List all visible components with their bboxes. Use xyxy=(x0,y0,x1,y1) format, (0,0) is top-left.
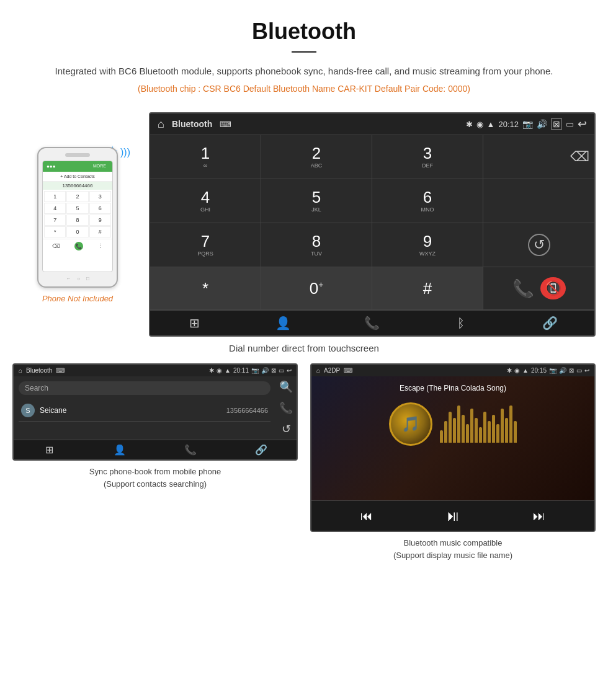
phone-key-4: 4 xyxy=(44,203,66,214)
music-caption: Bluetooth music compatible (Support disp… xyxy=(393,537,512,561)
phonebook-list: Search S Seicane 13566664466 xyxy=(14,376,275,440)
nav-link-btn[interactable]: 🔗 xyxy=(506,316,594,330)
eq-bar-1 xyxy=(440,430,443,443)
call-red-icon[interactable]: 📵 xyxy=(540,277,566,299)
phone-key-hash: # xyxy=(89,226,111,237)
phone-key-3: 3 xyxy=(89,191,111,202)
pb-nav-grid[interactable]: ⊞ xyxy=(14,444,84,456)
key-refresh[interactable]: ↺ xyxy=(483,223,594,267)
home-icon[interactable]: ⌂ xyxy=(158,118,164,131)
eq-bar-2 xyxy=(444,421,447,443)
eq-bar-11 xyxy=(483,412,486,443)
eq-bar-10 xyxy=(479,427,482,443)
contact-letter: S xyxy=(21,404,35,417)
music-note-icon: 🎵 xyxy=(401,415,420,433)
phone-add-contacts: + Add to Contacts xyxy=(43,172,112,182)
mu-back-icon[interactable]: ↩ xyxy=(584,367,589,374)
mu-close-icon[interactable]: ⊠ xyxy=(569,367,574,374)
mu-win-icon[interactable]: ▭ xyxy=(576,367,582,374)
phone-menu-btn: ⋮ xyxy=(97,243,103,249)
title-divider xyxy=(292,51,316,53)
pb-nav-link[interactable]: 🔗 xyxy=(226,444,297,456)
phonebook-screen: ⌂ Bluetooth ⌨ ✱ ◉ ▲ 20:11 📷 🔊 ⊠ ▭ ↩ xyxy=(12,363,298,461)
key-4[interactable]: 4 GHI xyxy=(150,179,261,223)
contact-row[interactable]: S Seicane 13566664466 xyxy=(19,400,270,422)
window-icon[interactable]: ▭ xyxy=(566,119,574,129)
nav-grid-btn[interactable]: ⊞ xyxy=(150,316,239,330)
phonebook-content: Search S Seicane 13566664466 xyxy=(14,376,275,427)
key-1[interactable]: 1 ∞ xyxy=(150,135,261,179)
camera-icon[interactable]: 📷 xyxy=(522,119,533,129)
pb-search-icon[interactable]: 🔍 xyxy=(279,380,293,394)
screen-section: ⌂ Bluetooth ⌨ ✱ ◉ ▲ 20:12 📷 🔊 ⊠ ▭ ↩ xyxy=(143,112,596,337)
eq-bar-3 xyxy=(449,412,452,443)
key-6[interactable]: 6 MNO xyxy=(372,179,483,223)
phone-call-btn: 📞 xyxy=(74,242,83,250)
time-display: 20:12 xyxy=(498,120,519,129)
key-0-num: 0+ xyxy=(310,280,324,296)
key-9-num: 9 xyxy=(423,233,432,249)
nav-phone-btn[interactable]: 📞 xyxy=(328,316,416,330)
mu-title: A2DP xyxy=(324,367,340,374)
nav-contacts-btn[interactable]: 👤 xyxy=(239,316,328,330)
pb-usb-icon: ⌨ xyxy=(56,367,65,374)
eq-bar-7 xyxy=(466,424,469,443)
phone-key-7: 7 xyxy=(44,215,66,226)
prev-btn[interactable]: ⏮ xyxy=(360,509,373,523)
key-5-num: 5 xyxy=(312,189,321,205)
key-star[interactable]: * xyxy=(150,267,261,310)
phone-bottom-bar: ⌫ 📞 ⋮ xyxy=(43,239,112,253)
back-icon[interactable]: ↩ xyxy=(578,117,587,131)
song-title: Escape (The Pina Colada Song) xyxy=(319,384,587,392)
pb-close-icon[interactable]: ⊠ xyxy=(271,367,276,374)
volume-icon[interactable]: 🔊 xyxy=(537,119,547,129)
play-pause-btn[interactable]: ⏯ xyxy=(445,507,460,525)
mu-status-left: ⌂ A2DP ⌨ xyxy=(316,367,451,374)
usb-icon: ⌨ xyxy=(220,120,231,129)
key-5[interactable]: 5 JKL xyxy=(261,179,372,223)
pb-win-icon[interactable]: ▭ xyxy=(279,367,284,374)
pb-wifi-icon: ▲ xyxy=(225,367,231,374)
album-art: 🎵 xyxy=(389,402,432,446)
key-hash-num: # xyxy=(423,280,432,296)
mu-home-icon[interactable]: ⌂ xyxy=(316,367,320,374)
key-0[interactable]: 0+ xyxy=(261,267,372,310)
phone-key-6: 6 xyxy=(89,203,111,214)
mu-usb-icon: ⌨ xyxy=(344,367,352,374)
key-1-letters: ∞ xyxy=(203,162,207,169)
search-bar-container[interactable]: Search xyxy=(19,381,270,395)
key-2-num: 2 xyxy=(312,145,321,161)
mu-bt-icon: ✱ xyxy=(507,367,512,374)
pb-call-icon[interactable]: 📞 xyxy=(279,401,293,415)
key-2[interactable]: 2 ABC xyxy=(261,135,372,179)
phone-carrier: ●●● xyxy=(47,164,56,169)
key-7[interactable]: 7 PQRS xyxy=(150,223,261,267)
screen-title: Bluetooth xyxy=(172,119,212,129)
pb-back-icon[interactable]: ↩ xyxy=(287,367,292,374)
mu-vol-icon: 🔊 xyxy=(559,367,566,374)
pb-refresh-icon[interactable]: ↺ xyxy=(282,422,291,436)
key-3[interactable]: 3 DEF xyxy=(372,135,483,179)
pb-nav-phone[interactable]: 📞 xyxy=(155,444,226,456)
next-btn[interactable]: ⏭ xyxy=(533,509,545,523)
status-left: ⌂ Bluetooth ⌨ xyxy=(158,118,370,131)
key-4th-empty xyxy=(483,179,594,223)
key-8[interactable]: 8 TUV xyxy=(261,223,372,267)
pb-home-icon[interactable]: ⌂ xyxy=(19,367,22,374)
contact-name: Seicane xyxy=(40,406,226,415)
eq-bar-14 xyxy=(496,424,499,443)
nav-bluetooth-btn[interactable]: ᛒ xyxy=(417,316,506,330)
backspace-icon: ⌫ xyxy=(570,149,589,165)
signal-wave-icon: ))) xyxy=(120,147,130,157)
key-backspace[interactable]: ⌫ xyxy=(483,135,594,179)
call-green-icon[interactable]: 📞 xyxy=(512,278,534,299)
eq-bar-18 xyxy=(514,421,517,443)
pb-nav-contacts[interactable]: 👤 xyxy=(84,444,155,456)
key-hash[interactable]: # xyxy=(372,267,483,310)
large-screen: ⌂ Bluetooth ⌨ ✱ ◉ ▲ 20:12 📷 🔊 ⊠ ▭ ↩ xyxy=(149,112,596,337)
phone-mockup: ●●● MORE + Add to Contacts 13566664466 1… xyxy=(37,147,118,288)
music-screenshot: ⌂ A2DP ⌨ ✱ ◉ ▲ 20:15 📷 🔊 ⊠ ▭ ↩ xyxy=(310,363,596,561)
pb-status-right: ✱ ◉ ▲ 20:11 📷 🔊 ⊠ ▭ ↩ xyxy=(157,367,292,374)
key-9[interactable]: 9 WXYZ xyxy=(372,223,483,267)
close-icon[interactable]: ⊠ xyxy=(551,118,562,130)
